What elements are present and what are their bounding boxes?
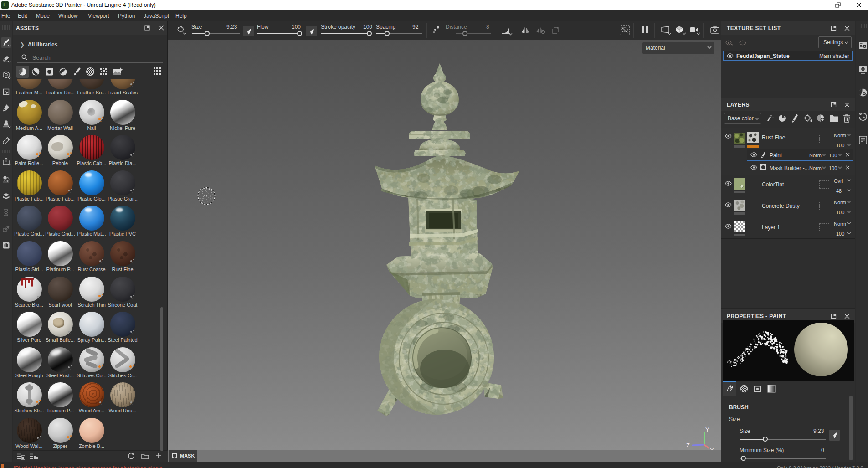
svg-text:X: X [710, 447, 714, 450]
svg-text:1: 1 [742, 41, 744, 45]
svg-text:Z: Z [686, 442, 690, 449]
svg-text:Y: Y [705, 426, 709, 433]
